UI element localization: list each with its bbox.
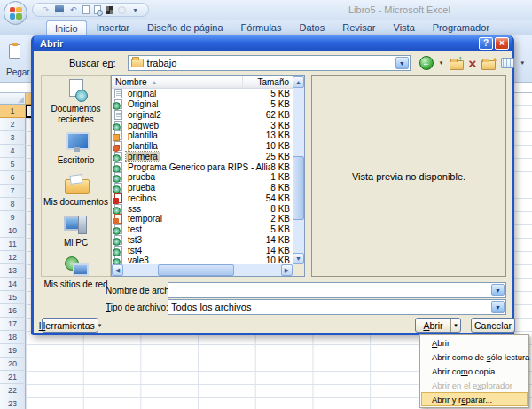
tools-button[interactable]: Herramientas ▾ — [42, 318, 98, 333]
row-header[interactable]: 10 — [0, 224, 26, 238]
scroll-left-icon[interactable]: ◀ — [112, 264, 123, 276]
place-item[interactable]: Documentos recientes — [43, 79, 110, 124]
file-type-combobox[interactable]: Todos los archivos ▼ — [168, 299, 506, 315]
file-row[interactable]: prueba 1 KB — [112, 172, 293, 183]
office-button[interactable] — [4, 1, 27, 25]
file-row[interactable]: tst3 14 KB — [112, 235, 293, 246]
row-header[interactable]: 19 — [0, 344, 26, 358]
cancel-button[interactable]: Cancelar — [471, 318, 515, 333]
dialog-close-icon[interactable]: × — [495, 37, 509, 50]
qat-icon[interactable] — [68, 5, 78, 15]
look-in-combobox[interactable]: trabajo ▼ — [128, 55, 411, 71]
file-type-dropdown-icon[interactable]: ▼ — [491, 301, 505, 313]
row-header[interactable]: 2 — [0, 118, 26, 131]
select-all-corner[interactable] — [0, 93, 26, 105]
size-column-header[interactable]: Tamaño — [243, 76, 293, 88]
row-header[interactable]: 8 — [0, 198, 26, 211]
menu-item[interactable]: Abrir — [421, 336, 528, 350]
ribbon-tab[interactable]: Vista — [386, 20, 423, 35]
file-name-combobox[interactable]: ▼ — [168, 282, 506, 298]
ribbon-tab[interactable]: Inicio — [46, 20, 87, 35]
toolbar-icon[interactable] — [501, 58, 514, 68]
row-header[interactable]: 11 — [0, 238, 26, 251]
qat-icon[interactable] — [118, 6, 126, 14]
look-in-dropdown-icon[interactable]: ▼ — [395, 57, 409, 69]
place-item[interactable]: Escritorio — [43, 130, 110, 166]
row-header[interactable]: 6 — [0, 171, 26, 185]
ribbon-tab[interactable]: Revisar — [334, 20, 383, 35]
row-header[interactable]: 1 — [0, 105, 26, 118]
ribbon-tab[interactable]: Diseño de página — [139, 20, 231, 35]
ribbon-tab[interactable]: Programador — [425, 20, 497, 35]
qat-icon[interactable] — [82, 5, 90, 14]
file-row[interactable]: plantilla 13 KB — [112, 130, 293, 141]
dialog-titlebar[interactable]: Abrir ? × — [34, 35, 512, 51]
file-row[interactable]: primera 25 KB — [112, 152, 293, 162]
file-name-input[interactable] — [171, 285, 489, 295]
file-row[interactable]: temporal 2 KB — [112, 214, 293, 224]
place-item[interactable]: Mis documentos — [43, 172, 110, 208]
row-header[interactable]: 16 — [0, 304, 26, 318]
horizontal-scroll-thumb[interactable] — [158, 264, 234, 276]
row-header[interactable]: 9 — [0, 211, 26, 224]
qat-icon[interactable] — [94, 5, 101, 14]
toolbar-icon[interactable] — [419, 56, 434, 70]
qat-icon[interactable] — [41, 5, 51, 15]
open-button[interactable]: Abrir ▾ — [415, 318, 461, 333]
file-row[interactable]: plantilla 10 KB — [112, 141, 293, 152]
row-header[interactable]: 7 — [0, 185, 26, 198]
row-header[interactable]: 23 — [0, 397, 26, 409]
toolbar-icon[interactable] — [439, 56, 444, 70]
scroll-up-icon[interactable]: ▲ — [293, 76, 304, 88]
file-row[interactable]: sss 8 KB — [112, 203, 293, 214]
menu-item[interactable]: Abrir como copia — [421, 365, 528, 379]
row-header[interactable]: 18 — [0, 331, 26, 344]
row-header[interactable]: 15 — [0, 291, 26, 304]
toolbar-icon[interactable] — [481, 60, 496, 70]
horizontal-scrollbar[interactable]: ◀ ▶ — [112, 264, 293, 276]
file-row[interactable]: original 5 KB — [112, 89, 293, 99]
menu-item[interactable]: Abrir como de sólo lectura — [421, 350, 528, 365]
menu-item[interactable]: Abrir y reparar... — [421, 392, 528, 406]
row-header[interactable]: 5 — [0, 158, 26, 171]
file-row[interactable]: recibos 54 KB — [112, 193, 293, 204]
dialog-help-icon[interactable]: ? — [479, 37, 493, 50]
place-item[interactable]: Mi PC — [43, 213, 110, 248]
paste-button[interactable]: Pegar — [6, 67, 30, 77]
row-header[interactable]: 14 — [0, 278, 26, 291]
toolbar-icon[interactable] — [469, 56, 477, 70]
vertical-scrollbar[interactable]: ▲ ▼ — [293, 76, 304, 264]
file-row[interactable]: tst4 14 KB — [112, 245, 293, 256]
file-row[interactable]: Original 5 KB — [112, 99, 293, 110]
row-header[interactable]: 13 — [0, 264, 26, 278]
file-name: pagweb — [126, 121, 160, 130]
qat-icon[interactable] — [130, 5, 140, 15]
ribbon-tab[interactable]: Insertar — [89, 20, 137, 35]
file-row[interactable]: prueba 8 KB — [112, 183, 293, 193]
ribbon-tab[interactable]: Datos — [291, 20, 332, 35]
open-split-dropdown-icon[interactable]: ▾ — [450, 319, 460, 332]
scroll-right-icon[interactable]: ▶ — [281, 264, 293, 276]
file-row[interactable]: Programa Generico para RIPS - Allianz 8 … — [112, 161, 293, 172]
row-header[interactable]: 12 — [0, 251, 26, 264]
name-column-header[interactable]: Nombre ▲ — [112, 76, 243, 88]
scroll-down-icon[interactable]: ▼ — [293, 253, 304, 264]
ribbon-tab[interactable]: Fórmulas — [233, 20, 290, 35]
toolbar-icon[interactable] — [450, 60, 464, 70]
file-row[interactable]: test 5 KB — [112, 224, 293, 235]
row-header[interactable]: 3 — [0, 131, 26, 145]
file-name-dropdown-icon[interactable]: ▼ — [491, 284, 505, 296]
row-header[interactable]: 20 — [0, 358, 26, 371]
row-header[interactable]: 21 — [0, 371, 26, 384]
file-row[interactable]: vale3 10 KB — [112, 256, 293, 264]
qat-icon[interactable] — [106, 6, 113, 14]
file-row[interactable]: pagweb 3 KB — [112, 120, 293, 130]
toolbar-icon[interactable] — [520, 56, 525, 70]
vertical-scroll-thumb[interactable] — [293, 156, 304, 220]
row-header[interactable]: 17 — [0, 318, 26, 331]
file-row[interactable]: original2 62 KB — [112, 110, 293, 121]
qat-icon[interactable] — [55, 5, 64, 14]
menu-item[interactable]: Abrir en el explorador — [421, 378, 528, 392]
row-header[interactable]: 4 — [0, 145, 26, 158]
row-header[interactable]: 22 — [0, 384, 26, 397]
